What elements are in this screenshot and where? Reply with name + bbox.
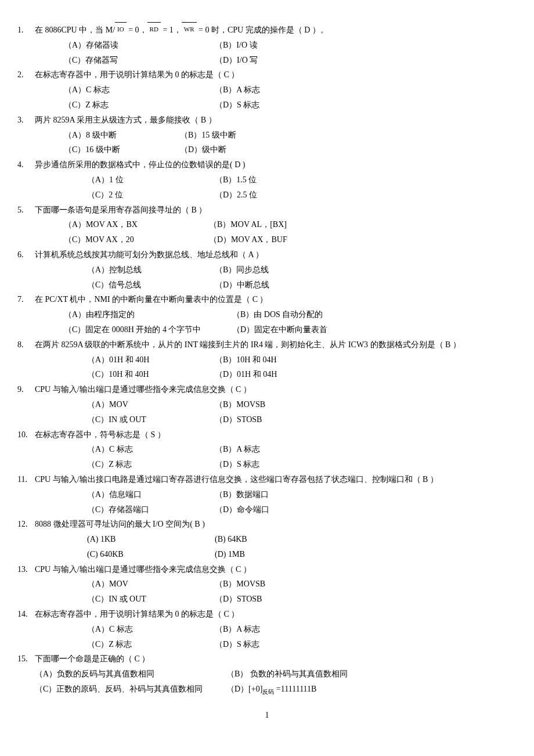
option-a: （C）10H 和 40H (87, 368, 215, 381)
option-a: （C）IN 或 OUT (87, 592, 215, 606)
question-1: 1.在 8086CPU 中，当 M/IO = 0，RD = 1，WR = 0 时… (17, 23, 517, 37)
question-number: 6. (17, 248, 35, 262)
option-a: （C）信号总线 (87, 278, 215, 292)
question-2: 2.在标志寄存器中，用于说明计算结果为 0 的标志是（ C ） (17, 68, 517, 82)
option-a: （C）Z 标志 (87, 458, 215, 471)
question-text: 在标志寄存器中，用于说明计算结果为 0 的标志是（ C ） (35, 610, 239, 618)
question-text: 在 8086CPU 中，当 M/IO = 0，RD = 1，WR = 0 时，C… (35, 26, 329, 34)
option-row: （A）负数的反码与其真值数相同（B） 负数的补码与其真值数相同 (35, 667, 517, 681)
option-row: （A）由程序指定的（B）由 DOS 自动分配的 (64, 308, 517, 322)
option-a: （C）Z 标志 (87, 638, 215, 651)
question-text: 两片 8259A 采用主从级连方式，最多能接收（ B ） (35, 116, 217, 124)
question-text: CPU 与输入/输出端口是通过哪些指令来完成信息交换（ C ） (35, 385, 251, 394)
option-b: （B）15 级中断 (180, 128, 236, 142)
option-b: (D) 1MB (215, 548, 245, 561)
option-row: （C）存储器写（D）I/O 写 (64, 53, 517, 67)
option-row: （A）8 级中断（B）15 级中断 (64, 128, 517, 142)
option-a: （A）MOV (87, 577, 215, 591)
question-7: 7.在 PC/XT 机中，NMI 的中断向量在中断向量表中的位置是（ C ） (17, 293, 517, 307)
question-text: 下面哪一条语句是采用寄存器间接寻址的（ B ） (35, 206, 207, 214)
option-row: （C）Z 标志（D）S 标志 (87, 638, 517, 651)
option-a: （A）C 标志 (87, 622, 215, 636)
question-number: 11. (17, 473, 35, 487)
option-a: （A）MOV AX，BX (64, 218, 209, 232)
option-a: （A）C 标志 (64, 83, 215, 97)
question-number: 1. (17, 23, 35, 37)
option-b: (B) 64KB (215, 532, 247, 546)
option-row: （A）C 标志（B）A 标志 (87, 622, 517, 636)
option-b: （D）2.5 位 (215, 188, 257, 202)
option-row: (C) 640KB(D) 1MB (87, 548, 517, 561)
option-a: （C）正数的原码、反码、补码与其真值数相同 (35, 682, 226, 696)
option-b: （D）命令端口 (215, 503, 269, 517)
option-row: （C）IN 或 OUT（D）STOSB (87, 592, 517, 606)
option-a: （C）存储器写 (64, 53, 215, 67)
question-9: 9.CPU 与输入/输出端口是通过哪些指令来完成信息交换（ C ） (17, 383, 517, 397)
question-number: 14. (17, 607, 35, 621)
option-row: （A）信息端口（B）数据端口 (87, 488, 517, 502)
question-number: 12. (17, 517, 35, 531)
option-b: （D）S 标志 (215, 458, 259, 471)
signal-wr: WR (182, 22, 197, 35)
question-number: 10. (17, 428, 35, 442)
question-text: 在 PC/XT 机中，NMI 的中断向量在中断向量表中的位置是（ C ） (35, 295, 268, 304)
option-a: （C）16 级中断 (64, 143, 180, 157)
option-a: (A) 1KB (87, 532, 215, 546)
question-5: 5.下面哪一条语句是采用寄存器间接寻址的（ B ） (17, 203, 517, 217)
option-b: （D）级中断 (180, 143, 226, 157)
option-b: （B）A 标志 (215, 622, 260, 636)
option-a: （C）Z 标志 (64, 98, 215, 112)
option-b: （D）固定在中断向量表首 (232, 323, 327, 337)
option-row: （A）MOV（B）MOVSB (87, 398, 517, 412)
option-b: （B）10H 和 04H (215, 353, 277, 367)
question-text: 在标志寄存器中，用于说明计算结果为 0 的标志是（ C ） (35, 70, 239, 79)
option-row: （C）Z 标志（D）S 标志 (87, 458, 517, 471)
option-a: （C）IN 或 OUT (87, 413, 215, 427)
option-b: （D）STOSB (215, 592, 262, 606)
option-row: （A）C 标志（B）A 标志 (87, 442, 517, 456)
option-b: （D）[+0]反码 =11111111B (226, 682, 316, 697)
option-a: （A）控制总线 (87, 263, 215, 277)
option-a: （C）2 位 (87, 188, 215, 202)
option-row: （C）IN 或 OUT（D）STOSB (87, 413, 517, 427)
signal-rd: RD (147, 22, 161, 35)
option-row: （C）10H 和 40H（D）01H 和 04H (87, 368, 517, 381)
question-13: 13.CPU 与输入/输出端口是通过哪些指令来完成信息交换（ C ） (17, 563, 517, 577)
option-b: （B）由 DOS 自动分配的 (232, 308, 323, 322)
question-text: 异步通信所采用的数据格式中，停止位的位数错误的是( D ) (35, 160, 245, 169)
option-a: （A）存储器读 (64, 38, 215, 52)
question-12: 12.8088 微处理器可寻址访问的最大 I/O 空间为( B ) (17, 517, 517, 531)
option-b: （D）MOV AX，BUF (209, 233, 287, 247)
option-a: （A）信息端口 (87, 488, 215, 502)
question-3: 3.两片 8259A 采用主从级连方式，最多能接收（ B ） (17, 113, 517, 127)
option-b: （B）同步总线 (215, 263, 269, 277)
option-a: （A）MOV (87, 398, 215, 412)
question-14: 14.在标志寄存器中，用于说明计算结果为 0 的标志是（ C ） (17, 607, 517, 621)
question-number: 9. (17, 383, 35, 397)
option-b: （B）I/O 读 (215, 38, 258, 52)
option-b: （D）S 标志 (215, 638, 259, 651)
option-b: （B）1.5 位 (215, 173, 257, 187)
option-row: （C）信号总线（D）中断总线 (87, 278, 517, 292)
option-a: （A）负数的反码与其真值数相同 (35, 667, 226, 681)
option-row: (A) 1KB(B) 64KB (87, 532, 517, 546)
option-row: （A）存储器读（B）I/O 读 (64, 38, 517, 52)
signal-io: IO (115, 22, 127, 35)
option-b: （B） 负数的补码与其真值数相同 (226, 667, 348, 681)
option-row: （C）2 位（D）2.5 位 (87, 188, 517, 202)
option-b: （B）数据端口 (215, 488, 269, 502)
option-b: （B）A 标志 (215, 442, 260, 456)
option-a: （A）8 级中断 (64, 128, 180, 142)
option-row: （C）Z 标志（D）S 标志 (64, 98, 517, 112)
option-row: （C）MOV AX，20（D）MOV AX，BUF (64, 233, 517, 247)
question-number: 13. (17, 563, 35, 577)
option-row: （A）MOV（B）MOVSB (87, 577, 517, 591)
question-text: 计算机系统总线按其功能可划分为数据总线、地址总线和（ A ） (35, 250, 264, 259)
option-b: （B）A 标志 (215, 83, 260, 97)
option-a: (C) 640KB (87, 548, 215, 561)
question-number: 2. (17, 68, 35, 82)
option-b: （D）S 标志 (215, 98, 259, 112)
option-b: （D）01H 和 04H (215, 368, 277, 381)
question-4: 4.异步通信所采用的数据格式中，停止位的位数错误的是( D ) (17, 158, 517, 172)
option-a: （C）MOV AX，20 (64, 233, 209, 247)
